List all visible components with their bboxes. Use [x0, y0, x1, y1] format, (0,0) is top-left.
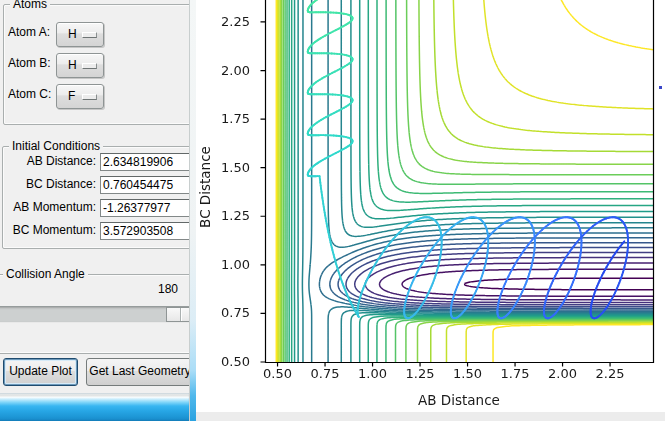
atom-a-value: H	[68, 27, 77, 41]
collision-angle-slider[interactable]	[0, 306, 189, 323]
ab-momentum-field[interactable]: -1.26377977	[100, 199, 189, 217]
x-axis-label: AB Distance	[418, 392, 500, 408]
pes-figure: 0.500.751.001.251.501.752.002.250.500.75…	[196, 0, 665, 421]
collision-angle-slider-handle[interactable]	[166, 307, 189, 322]
y-tick-label: 0.50	[192, 354, 250, 369]
ab-momentum-label: AB Momentum:	[0, 200, 96, 214]
update-plot-button[interactable]: Update Plot	[3, 358, 78, 386]
atom-b-label: Atom B:	[8, 56, 51, 70]
background-window-edge	[0, 393, 189, 421]
bc-distance-field[interactable]: 0.760454475	[100, 176, 189, 194]
atom-a-select[interactable]: H	[56, 22, 104, 47]
slider-handle-ridge-icon	[180, 308, 181, 321]
y-tick-label: 1.00	[192, 257, 250, 272]
atom-b-value: H	[68, 58, 77, 72]
dropdown-indicator-icon	[82, 94, 97, 100]
figure-bottom-strip	[196, 412, 665, 421]
get-last-geometry-button[interactable]: Get Last Geometry	[86, 358, 189, 386]
group-collision-angle-title: Collision Angle	[3, 267, 88, 281]
atom-c-value: F	[68, 89, 75, 103]
ab-distance-field[interactable]: 2.634819906	[100, 153, 189, 171]
dropdown-indicator-icon	[82, 32, 97, 38]
dropdown-indicator-icon	[82, 63, 97, 69]
atom-b-select[interactable]: H	[56, 53, 104, 78]
ab-distance-label: AB Distance:	[0, 154, 96, 168]
y-tick-label: 2.00	[192, 63, 250, 78]
y-tick-label: 2.25	[192, 14, 250, 29]
atom-a-label: Atom A:	[8, 25, 50, 39]
x-tick-label: 0.75	[311, 366, 340, 381]
bc-momentum-field[interactable]: 3.572903508	[100, 222, 189, 240]
x-tick-label: 2.00	[548, 366, 577, 381]
x-tick-label: 0.50	[263, 366, 292, 381]
collision-angle-value: 180	[120, 282, 178, 296]
y-tick-label: 0.75	[192, 305, 250, 320]
pes-contour-canvas	[196, 0, 665, 421]
bc-momentum-label: BC Momentum:	[0, 223, 96, 237]
x-tick-label: 2.25	[596, 366, 625, 381]
y-tick-label: 1.75	[192, 111, 250, 126]
x-tick-label: 1.75	[501, 366, 530, 381]
bc-distance-label: BC Distance:	[0, 177, 96, 191]
group-initial-conditions-title: Initial Conditions	[9, 139, 103, 153]
y-axis-label: BC Distance	[197, 142, 213, 232]
control-panel: Atoms Atom A: H Atom B: H Atom C: F Init…	[0, 0, 189, 421]
x-tick-label: 1.50	[453, 366, 482, 381]
group-atoms-title: Atoms	[10, 0, 50, 11]
x-tick-label: 1.25	[406, 366, 435, 381]
x-tick-label: 1.00	[358, 366, 387, 381]
atom-c-label: Atom C:	[8, 87, 51, 101]
atom-c-select[interactable]: F	[56, 84, 104, 109]
